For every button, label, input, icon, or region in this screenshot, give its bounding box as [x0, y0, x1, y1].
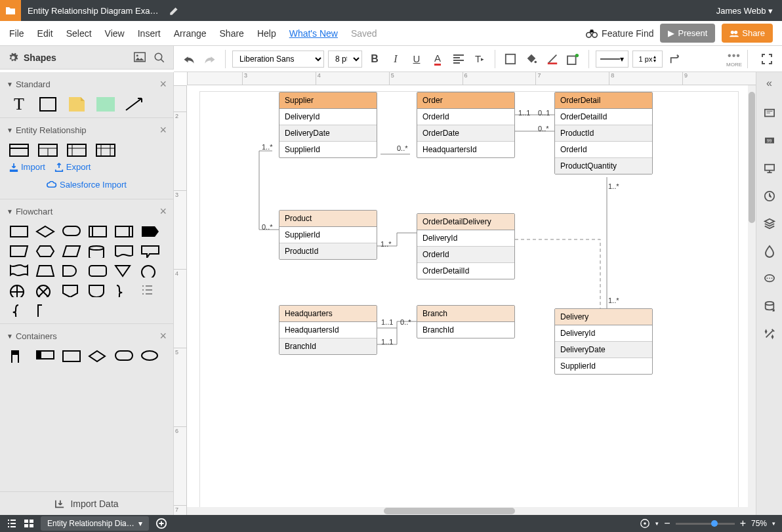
close-icon[interactable]: × — [159, 77, 167, 91]
edit-title-icon[interactable] — [169, 5, 180, 16]
share-button[interactable]: Share — [722, 24, 773, 43]
import-link[interactable]: Import — [9, 162, 45, 172]
fc-round[interactable] — [88, 264, 108, 277]
underline-button[interactable]: U — [408, 51, 425, 68]
erd-shape-2[interactable] — [38, 144, 58, 157]
slide-icon[interactable] — [762, 106, 777, 121]
magic-icon[interactable] — [762, 327, 777, 341]
close-icon[interactable]: × — [159, 205, 167, 218]
image-icon[interactable] — [134, 52, 146, 62]
fc-tri[interactable] — [114, 264, 134, 277]
present-button[interactable]: ▶ Present — [660, 24, 715, 43]
drop-icon[interactable] — [762, 244, 777, 258]
block-shape[interactable] — [96, 98, 115, 111]
fc-display[interactable] — [140, 225, 160, 238]
gear-icon[interactable] — [8, 52, 18, 63]
search-icon[interactable] — [154, 52, 165, 64]
line-style-select[interactable]: ▾ — [596, 51, 628, 68]
fc-card[interactable] — [114, 225, 134, 238]
import-data-button[interactable]: Import Data — [0, 491, 173, 515]
fc-brace-r[interactable] — [114, 284, 134, 297]
entity-orderdetaildelivery[interactable]: OrderDetailDelivery DeliveryId OrderId O… — [417, 213, 515, 279]
user-menu[interactable]: James Webb ▾ — [707, 6, 782, 16]
erd-shape-1[interactable] — [9, 144, 29, 157]
fc-trap[interactable] — [35, 264, 55, 277]
outline-icon[interactable] — [7, 519, 17, 528]
entity-supplier[interactable]: Supplier DeliveryId DeliveryDate Supplie… — [279, 92, 377, 158]
document-title[interactable]: Entity Relationship Diagram Exa… — [21, 6, 165, 16]
presentation-icon[interactable] — [762, 161, 777, 176]
note-shape[interactable] — [67, 98, 87, 111]
fc-hex[interactable] — [35, 245, 55, 258]
export-link[interactable]: Export — [54, 162, 91, 172]
italic-button[interactable]: I — [387, 51, 404, 68]
grid-icon[interactable] — [24, 519, 34, 528]
line-width-select[interactable]: 1 px▴▾ — [632, 51, 663, 68]
fullscreen-button[interactable] — [758, 51, 775, 68]
redo-button[interactable] — [201, 51, 218, 68]
zoom-in[interactable]: + — [740, 518, 746, 529]
close-icon[interactable]: × — [159, 123, 167, 137]
text-shape[interactable]: T — [9, 98, 29, 111]
entity-product[interactable]: Product SupplierId ProductId — [279, 210, 377, 260]
menu-file[interactable]: File — [9, 28, 24, 39]
shape-style-button[interactable] — [565, 51, 582, 68]
history-icon[interactable] — [762, 189, 777, 203]
fc-callout[interactable] — [140, 245, 160, 258]
add-page-icon[interactable] — [155, 518, 167, 529]
menu-arrange[interactable]: Arrange — [174, 28, 207, 39]
ct-1[interactable] — [9, 350, 29, 363]
entity-branch[interactable]: Branch BranchId — [417, 305, 515, 338]
ct-5[interactable] — [114, 350, 134, 363]
target-icon[interactable] — [640, 518, 650, 529]
fc-half[interactable] — [62, 264, 81, 277]
fc-brace-l[interactable] — [9, 304, 29, 317]
fc-bracket[interactable] — [35, 304, 55, 317]
fc-sum[interactable] — [9, 284, 29, 297]
shape-fill-button[interactable] — [502, 51, 519, 68]
menu-whats-new[interactable]: What's New — [289, 28, 338, 39]
fc-terminator[interactable] — [62, 225, 81, 238]
zoom-slider[interactable] — [676, 523, 735, 525]
fc-doc[interactable] — [114, 245, 134, 258]
collapse-icon[interactable]: « — [766, 77, 772, 89]
bold-button[interactable]: B — [366, 51, 383, 68]
rect-shape[interactable] — [38, 98, 58, 111]
fill-color-button[interactable] — [523, 51, 540, 68]
fc-diamond[interactable] — [35, 225, 55, 238]
fc-offpage[interactable] — [62, 284, 81, 297]
entity-order[interactable]: Order OrderId OrderDate HeadquartersId — [417, 92, 515, 158]
fc-rect[interactable] — [9, 225, 29, 238]
zoom-out[interactable]: − — [664, 518, 670, 529]
align-button[interactable] — [450, 51, 467, 68]
menu-select[interactable]: Select — [66, 28, 92, 39]
close-icon[interactable]: × — [159, 329, 167, 343]
more-button[interactable]: ••• MORE — [726, 50, 742, 68]
fc-list[interactable] — [140, 284, 160, 297]
erd-shape-4[interactable] — [96, 144, 115, 157]
ct-4[interactable] — [88, 350, 108, 363]
text-color-button[interactable]: A — [429, 51, 446, 68]
scrollbar-horizontal[interactable] — [187, 507, 756, 515]
fc-flag[interactable] — [9, 264, 29, 277]
menu-edit[interactable]: Edit — [37, 28, 53, 39]
salesforce-import-link[interactable]: Salesforce Import — [47, 180, 127, 190]
undo-button[interactable] — [180, 51, 197, 68]
fc-para[interactable] — [62, 245, 81, 258]
fc-or[interactable] — [35, 284, 55, 297]
comment-icon[interactable]: 99 — [762, 134, 777, 148]
font-select[interactable]: Liberation Sans — [232, 51, 324, 68]
line-color-button[interactable] — [544, 51, 561, 68]
text-options-button[interactable]: T▸ — [471, 51, 488, 68]
fc-manual[interactable] — [9, 245, 29, 258]
fc-predef[interactable] — [88, 225, 108, 238]
ct-3[interactable] — [62, 350, 81, 363]
entity-headquarters[interactable]: Headquarters HeadquartersId BranchId — [279, 305, 377, 355]
line-routing-button[interactable] — [667, 51, 684, 68]
data-icon[interactable] — [762, 299, 777, 314]
font-size-select[interactable]: 8 pt — [328, 51, 362, 68]
page[interactable]: Supplier DeliveryId DeliveryDate Supplie… — [200, 92, 738, 512]
entity-orderdetail[interactable]: OrderDetail OrderDetailId ProductId Orde… — [554, 92, 653, 174]
menu-help[interactable]: Help — [257, 28, 276, 39]
zoom-level[interactable]: 75% — [751, 519, 767, 528]
